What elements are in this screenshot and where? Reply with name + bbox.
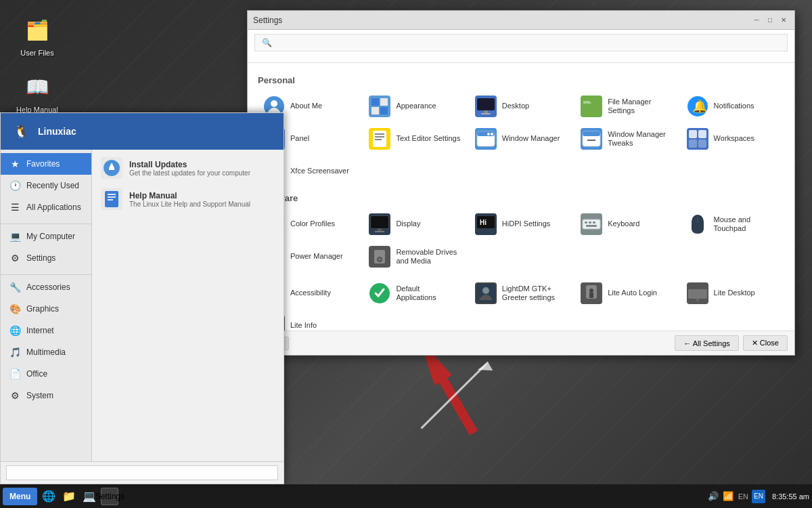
settings-mouse[interactable]: Mouse and Touchpad [681, 209, 784, 239]
settings-appearance[interactable]: Appearance [363, 91, 466, 121]
settings-keyboard[interactable]: Keyboard [575, 209, 678, 239]
settings-file-manager[interactable]: File Manager Settings [575, 91, 678, 121]
svg-point-82 [482, 287, 489, 294]
personal-section-title: Personal [258, 75, 784, 87]
svg-point-72 [378, 258, 381, 261]
settings-notifications[interactable]: 🔔 Notifications [681, 91, 784, 121]
taskbar-kb-indicator[interactable]: EN [752, 490, 765, 503]
svg-rect-44 [689, 130, 697, 138]
notifications-icon: 🔔 [687, 96, 708, 117]
settings-desktop[interactable]: Desktop [470, 91, 572, 121]
install-updates-icon [101, 157, 122, 179]
svg-rect-47 [698, 140, 706, 148]
settings-lightdm[interactable]: LightDM GTK+ Greeter settings [470, 278, 572, 308]
sidebar-item-settings[interactable]: ⚙ Settings [1, 247, 91, 269]
settings-removable[interactable]: Removable Drives and Media [363, 242, 466, 272]
sidebar-item-system[interactable]: ⚙ System [1, 385, 91, 406]
taskbar-settings-icon[interactable]: Settings [101, 488, 118, 505]
workspaces-label: Workspaces [714, 134, 754, 143]
svg-rect-41 [583, 131, 600, 136]
sidebar-label-recently-used: Recently Used [26, 181, 79, 190]
install-updates-desc: Get the latest updates for your computer [129, 169, 250, 177]
help-manual-icon: 📖 [21, 70, 53, 103]
hardware-section-title: Hardware [258, 193, 784, 205]
taskbar-menu-button[interactable]: Menu [3, 488, 37, 505]
tray-volume-icon[interactable]: 🔊 [706, 490, 720, 503]
all-settings-button[interactable]: ← All Settings [675, 335, 738, 351]
close-settings-button[interactable]: ✕ Close [743, 335, 788, 351]
settings-window-manager[interactable]: Window Manager [470, 124, 572, 154]
sidebar-item-accessories[interactable]: 🔧 Accessories [1, 274, 91, 298]
sidebar-label-settings: Settings [26, 253, 55, 263]
taskbar-chrome-icon[interactable]: 🌐 [40, 488, 58, 505]
start-menu-title: Linuxiac [38, 126, 76, 137]
desktop-icon-user-files[interactable]: 🗂️ User Files [14, 14, 61, 57]
start-menu-body: ★ Favorites 🕐 Recently Used ☰ All Applic… [1, 150, 284, 461]
svg-rect-17 [371, 107, 379, 114]
start-menu-sidebar: ★ Favorites 🕐 Recently Used ☰ All Applic… [1, 150, 92, 461]
maximize-button[interactable]: □ [765, 15, 775, 26]
office-icon: 📄 [9, 368, 21, 379]
close-button[interactable]: ✕ [778, 15, 789, 26]
settings-footer: About ← All Settings ✕ Close [248, 331, 794, 355]
sidebar-item-graphics[interactable]: 🎨 Graphics [1, 298, 91, 320]
start-menu-content: Install Updates Get the latest updates f… [92, 150, 284, 461]
settings-hidpi[interactable]: Hi HiDPI Settings [470, 209, 572, 239]
my-computer-icon: 💻 [9, 231, 21, 242]
settings-wm-tweaks[interactable]: Window Manager Tweaks [575, 124, 678, 154]
settings-window-title: Settings [253, 16, 282, 25]
sidebar-label-all-apps: All Applications [26, 203, 81, 212]
lite-auto-login-icon [581, 282, 602, 304]
sidebar-item-internet[interactable]: 🌐 Internet [1, 320, 91, 341]
svg-rect-22 [481, 113, 491, 114]
tray-network-icon[interactable]: 📶 [721, 490, 735, 503]
color-profiles-label: Color Profiles [290, 219, 335, 228]
settings-search-input[interactable] [254, 34, 788, 51]
minimize-button[interactable]: ─ [751, 15, 762, 26]
sidebar-label-internet: Internet [26, 326, 54, 335]
taskbar-locale: EN [738, 492, 748, 501]
taskbar-right: 🔊 📶 EN EN 8:35:55 am [706, 490, 809, 503]
settings-lite-desktop[interactable]: Lite Desktop [681, 278, 784, 308]
lite-settings-grid-1: Accessibility Default Applications Light… [258, 278, 784, 331]
svg-rect-10 [108, 196, 116, 198]
sidebar-label-system: System [26, 391, 53, 400]
lite-info-label: Lite Info [290, 321, 317, 330]
taskbar-files-icon[interactable]: 📁 [60, 488, 78, 505]
start-menu-footer [1, 461, 284, 484]
sidebar-item-recently-used[interactable]: 🕐 Recently Used [1, 175, 91, 196]
menu-item-install-updates[interactable]: Install Updates Get the latest updates f… [95, 153, 280, 183]
sidebar-item-office[interactable]: 📄 Office [1, 363, 91, 385]
sidebar-item-all-applications[interactable]: ☰ All Applications [1, 196, 91, 218]
start-menu-search[interactable] [6, 465, 278, 480]
sidebar-label-favorites: Favorites [26, 159, 60, 169]
settings-titlebar: Settings ─ □ ✕ [248, 11, 794, 30]
settings-lite-auto-login[interactable]: Lite Auto Login [575, 278, 678, 308]
svg-point-13 [271, 100, 277, 107]
screensaver-label: Xfce Screensaver [290, 167, 349, 175]
settings-window: Settings ─ □ ✕ Personal About Me [247, 10, 795, 356]
all-apps-icon: ☰ [9, 202, 21, 213]
keyboard-label: Keyboard [608, 219, 639, 228]
settings-text-editor[interactable]: Text Editor Settings [363, 124, 466, 154]
svg-rect-56 [375, 231, 384, 232]
svg-text:🔔: 🔔 [692, 99, 708, 114]
desktop-icon-help-manual[interactable]: 📖 Help Manual [14, 70, 61, 114]
menu-item-help-manual[interactable]: Help Manual The Linux Lite Help and Supp… [95, 184, 280, 214]
help-manual-menu-name: Help Manual [129, 191, 250, 200]
default-apps-icon [369, 282, 390, 304]
text-editor-label: Text Editor Settings [396, 134, 460, 143]
hidpi-icon: Hi [475, 213, 497, 235]
svg-rect-45 [698, 130, 706, 138]
settings-display[interactable]: Display [363, 209, 466, 239]
svg-rect-63 [589, 221, 591, 224]
sidebar-item-multimedia[interactable]: 🎵 Multimedia [1, 341, 91, 363]
settings-workspaces[interactable]: Workspaces [681, 124, 784, 154]
sidebar-item-my-computer[interactable]: 💻 My Computer [1, 224, 91, 247]
desktop-icon [475, 96, 497, 117]
sidebar-label-my-computer: My Computer [26, 232, 75, 241]
settings-default-apps[interactable]: Default Applications [363, 278, 466, 308]
sidebar-item-favorites[interactable]: ★ Favorites [1, 153, 91, 175]
removable-label: Removable Drives and Media [396, 248, 461, 266]
display-label: Display [396, 219, 420, 228]
